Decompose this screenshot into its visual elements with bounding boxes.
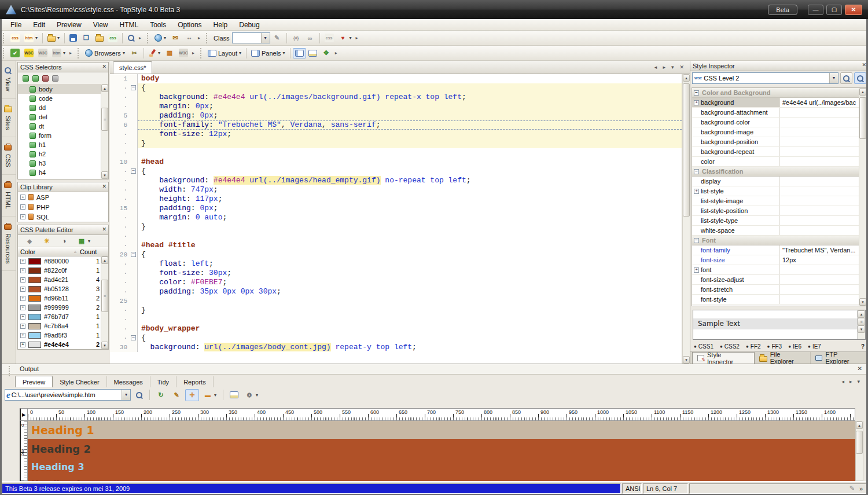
prev-output-tab-icon[interactable]: ◂	[841, 379, 844, 384]
css-definition-button[interactable]: css	[322, 32, 336, 44]
clip-item-asp[interactable]: +ASP	[18, 192, 108, 202]
snippets-button[interactable]: ♥▾	[336, 32, 354, 44]
brightness-button[interactable]: ☀	[40, 235, 54, 247]
palette-color-row[interactable]: +#76b7d71	[18, 312, 108, 321]
property-row[interactable]: +list-style	[692, 186, 866, 196]
count-column-header[interactable]: Count	[80, 248, 100, 255]
property-row[interactable]: font-size12px	[692, 255, 866, 265]
close-icon[interactable]: ✕	[858, 365, 862, 372]
scrollbar[interactable]: ▴▾	[682, 74, 690, 364]
toolbar-grip[interactable]	[200, 48, 203, 58]
menu-item-help[interactable]: Help	[208, 20, 234, 30]
chevron-down-icon[interactable]: ▾	[123, 50, 125, 56]
preview-scrollbar[interactable]: ▴	[855, 421, 863, 481]
side-tab-sites[interactable]: Sites	[0, 99, 16, 137]
sample-scrollbar[interactable]: ▴≡▾	[857, 310, 865, 339]
property-row[interactable]: +font	[692, 265, 866, 275]
close-icon[interactable]: ✕	[862, 62, 866, 68]
selector-item[interactable]: del	[18, 112, 108, 122]
expand-icon[interactable]: +	[20, 287, 25, 292]
chevron-down-icon[interactable]: ▾	[350, 35, 352, 41]
new-css-document-button[interactable]: css	[8, 32, 22, 44]
publish-site-button[interactable]: ▾	[152, 32, 168, 43]
refresh-preview-button[interactable]: ↻	[154, 389, 168, 401]
scrollbar-thumb[interactable]	[683, 83, 690, 217]
close-button[interactable]: ✕	[845, 5, 862, 15]
toolbar-overflow-icon[interactable]: ▸	[68, 50, 73, 56]
chevron-down-icon[interactable]: ▾	[829, 73, 838, 83]
chevron-down-icon[interactable]: ▾	[214, 393, 216, 398]
inspect-style-button[interactable]	[840, 72, 852, 84]
menu-item-html[interactable]: HTML	[114, 20, 145, 30]
preview-content[interactable]: Heading 1 Heading 2Heading 3Heading 4	[28, 421, 855, 481]
output-tab-messages[interactable]: Messages	[107, 376, 150, 387]
scroll-up-icon[interactable]: ▴	[858, 310, 865, 318]
property-row[interactable]: display	[692, 177, 866, 186]
preview-find-button[interactable]	[125, 32, 137, 43]
expand-icon[interactable]: +	[20, 195, 25, 200]
panel-tab-ftp-explorer[interactable]: FTP Explorer	[811, 352, 868, 364]
menu-item-debug[interactable]: Debug	[233, 20, 265, 30]
property-section-header[interactable]: −Classification	[692, 167, 866, 177]
scrollbar[interactable]: ▴▾	[859, 88, 866, 306]
property-row[interactable]: background-color	[692, 118, 866, 127]
split-position-button[interactable]: ✛	[185, 389, 199, 401]
chevron-down-icon[interactable]: ▾	[63, 50, 65, 56]
collapse-icon[interactable]: −	[694, 169, 699, 174]
palette-color-row[interactable]: +#d96b112	[18, 294, 108, 303]
menu-item-tools[interactable]: Tools	[144, 20, 172, 30]
selector-item[interactable]: h1	[18, 140, 108, 149]
property-row[interactable]: font-style	[692, 295, 866, 305]
expand-icon[interactable]: +	[20, 214, 25, 219]
clip-item-php[interactable]: +PHP	[18, 202, 108, 212]
scroll-down-icon[interactable]: ▾	[859, 298, 866, 306]
class-combobox[interactable]: ▾	[232, 32, 270, 43]
output-tab-reports[interactable]: Reports	[176, 376, 214, 387]
new-html-document-button[interactable]: htm▾	[22, 32, 40, 44]
toolbar-grip[interactable]	[3, 48, 5, 58]
toggle-output-panel-button[interactable]	[306, 48, 319, 58]
maximize-button[interactable]: ▢	[826, 5, 842, 15]
scrollbar-thumb[interactable]: ≡	[101, 280, 108, 312]
expand-icon[interactable]: +	[694, 267, 699, 273]
code-area[interactable]: 1body·−{· background: #e4e4e4 url(../ima…	[110, 74, 682, 364]
duplicate-selector-button[interactable]	[32, 75, 39, 82]
property-row[interactable]: font-size-adjust	[692, 275, 866, 285]
expand-icon[interactable]: +	[20, 268, 25, 273]
property-row[interactable]: color	[692, 157, 866, 167]
palette-color-row[interactable]: +#9ad5f31	[18, 331, 108, 340]
output-tab-tidy[interactable]: Tidy	[150, 376, 176, 387]
property-row[interactable]: background-repeat	[692, 147, 866, 157]
toolbar-grip[interactable]	[206, 33, 208, 43]
side-tab-view[interactable]: View	[0, 61, 16, 99]
selector-item[interactable]: dd	[18, 103, 108, 112]
new-selector-button[interactable]	[23, 75, 29, 82]
chevron-down-icon[interactable]: ▾	[35, 35, 38, 41]
property-row[interactable]: +background#e4e4e4 url(../images/bac	[692, 98, 866, 108]
minimize-button[interactable]: —	[808, 5, 823, 15]
editor-scrollbar[interactable]: ▴▾	[682, 74, 690, 364]
palette-color-row[interactable]: +#9999992	[18, 303, 108, 312]
format-table-button[interactable]: ▦	[163, 47, 176, 59]
chevron-down-icon[interactable]: ▾	[239, 50, 241, 56]
braces-button[interactable]: {#}	[289, 32, 303, 44]
scrollbar[interactable]: ▴≡▾	[101, 256, 108, 349]
property-row[interactable]: white-space	[692, 226, 866, 236]
palette-color-row[interactable]: +#e4e4e42	[18, 340, 108, 349]
scroll-up-icon[interactable]: ▴	[859, 88, 866, 96]
panel-tab-file-explorer[interactable]: File Explorer	[755, 352, 811, 364]
link-button[interactable]: ∞	[303, 32, 317, 44]
highlight-element-button[interactable]: ▬▾	[201, 389, 219, 401]
highlight-declaration-button[interactable]	[854, 72, 866, 84]
tab-list-icon[interactable]: ▾	[671, 64, 674, 70]
chevron-down-icon[interactable]: ▾	[158, 50, 160, 56]
chevron-down-icon[interactable]: ▾	[88, 239, 90, 244]
chevron-down-icon[interactable]: ▾	[164, 35, 166, 41]
scrollbar-thumb[interactable]	[859, 97, 866, 139]
w3c-validate-alt-button[interactable]: W3C	[36, 47, 50, 59]
chevron-down-icon[interactable]: ▾	[283, 50, 285, 56]
palette-color-row[interactable]: +#c7b8a41	[18, 321, 108, 331]
css-level-combobox[interactable]: W3C CSS Level 2 ▾	[692, 72, 838, 84]
toolbar-overflow-icon[interactable]: ▸	[354, 35, 360, 41]
save-to-folder-button[interactable]	[93, 32, 106, 43]
